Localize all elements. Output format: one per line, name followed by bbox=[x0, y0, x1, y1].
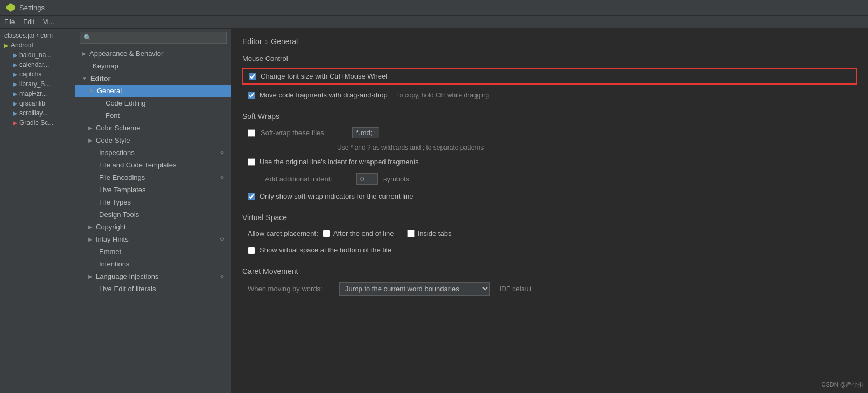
nav-label-live-edit: Live Edit of literals bbox=[99, 285, 156, 293]
nav-general[interactable]: ▼ General bbox=[75, 85, 231, 97]
nav-label-design-tools: Design Tools bbox=[99, 210, 139, 219]
project-item-baidu[interactable]: ▶ baidu_na... bbox=[0, 50, 75, 60]
nav-editor[interactable]: ▼ Editor bbox=[75, 72, 231, 85]
nav-label-code-style: Code Style bbox=[96, 136, 130, 144]
nav-design-tools[interactable]: Design Tools bbox=[75, 208, 231, 221]
nav-label-general: General bbox=[97, 87, 122, 95]
nav-label-inspections: Inspections bbox=[99, 149, 135, 157]
nav-keymap[interactable]: Keymap bbox=[75, 60, 231, 72]
moving-by-words-select[interactable]: Jump to the current word boundaries Jump… bbox=[339, 282, 490, 296]
nav-label-file-encodings: File Encodings bbox=[99, 173, 145, 181]
nav-live-templates[interactable]: Live Templates bbox=[75, 184, 231, 196]
symbols-unit: symbols bbox=[383, 175, 409, 183]
breadcrumb-general: General bbox=[271, 37, 298, 46]
nav-label-copyright: Copyright bbox=[96, 223, 126, 231]
nav-label-language-injections: Language Injections bbox=[96, 272, 158, 280]
nav-file-code-templates[interactable]: File and Code Templates bbox=[75, 159, 231, 171]
nav-code-style[interactable]: ▶ Code Style bbox=[75, 134, 231, 146]
project-breadcrumb[interactable]: classes.jar › com bbox=[0, 31, 75, 40]
nav-live-edit[interactable]: Live Edit of literals bbox=[75, 283, 231, 295]
project-sidebar: classes.jar › com ▶ Android ▶ baidu_na..… bbox=[0, 29, 75, 393]
nav-appearance[interactable]: ▶ Appearance & Behavior bbox=[75, 47, 231, 60]
nav-intentions[interactable]: Intentions bbox=[75, 258, 231, 270]
nav-file-types[interactable]: File Types bbox=[75, 196, 231, 208]
nav-label-keymap: Keymap bbox=[93, 62, 118, 70]
gear-icon: ⚙ bbox=[220, 236, 225, 242]
project-item-captcha[interactable]: ▶ captcha bbox=[0, 69, 75, 79]
android-small-icon: ▶ bbox=[4, 43, 9, 48]
nav-emmet[interactable]: Emmet bbox=[75, 245, 231, 258]
title-bar: Settings bbox=[0, 0, 868, 16]
nav-code-editing[interactable]: Code Editing bbox=[75, 97, 231, 109]
inside-tabs-label: Inside tabs bbox=[418, 229, 452, 237]
folder-icon: ▶ bbox=[13, 61, 17, 68]
move-code-checkbox[interactable] bbox=[248, 92, 255, 99]
nav-label-live-templates: Live Templates bbox=[99, 186, 145, 194]
additional-indent-label: Add additional indent: bbox=[265, 175, 351, 183]
project-item-calendar[interactable]: ▶ calendar... bbox=[0, 60, 75, 69]
soft-wrap-indicators-label: Only show soft-wrap indicators for the c… bbox=[260, 192, 413, 200]
highlight-box: Change font size with Ctrl+Mouse Wheel bbox=[242, 68, 857, 85]
change-font-size-checkbox[interactable] bbox=[249, 73, 256, 80]
android-icon bbox=[6, 3, 15, 12]
breadcrumb-arrow: › bbox=[265, 37, 268, 46]
expand-icon: ▼ bbox=[88, 88, 94, 94]
expand-icon: ▼ bbox=[82, 75, 87, 81]
folder-icon: ▶ bbox=[13, 81, 17, 88]
soft-wrap-files-label: Soft-wrap these files: bbox=[261, 129, 347, 137]
after-end-of-line-checkbox[interactable] bbox=[323, 230, 330, 237]
project-item-gradle[interactable]: ▶ Gradle Sc... bbox=[0, 118, 75, 128]
soft-wrap-indicators-row: Only show soft-wrap indicators for the c… bbox=[242, 190, 857, 202]
nav-label-color-scheme: Color Scheme bbox=[96, 124, 140, 132]
search-box bbox=[75, 29, 231, 47]
breadcrumb-editor: Editor bbox=[242, 37, 262, 46]
nav-inspections[interactable]: Inspections ⚙ bbox=[75, 146, 231, 159]
original-indent-checkbox[interactable] bbox=[248, 158, 255, 166]
additional-indent-input[interactable] bbox=[356, 173, 378, 185]
nav-copyright[interactable]: ▶ Copyright bbox=[75, 221, 231, 233]
show-virtual-space-checkbox[interactable] bbox=[248, 247, 255, 254]
soft-wraps-title: Soft Wraps bbox=[242, 112, 857, 121]
nav-font[interactable]: Font bbox=[75, 109, 231, 122]
soft-wrap-files-checkbox[interactable] bbox=[248, 129, 255, 137]
caret-movement-title: Caret Movement bbox=[242, 267, 857, 276]
mouse-section-title: Mouse Control bbox=[242, 54, 857, 62]
nav-label-intentions: Intentions bbox=[99, 260, 129, 268]
project-item-qrscanlib[interactable]: ▶ qrscanlib bbox=[0, 99, 75, 108]
virtual-space-title: Virtual Space bbox=[242, 213, 857, 222]
nav-file-encodings[interactable]: File Encodings ⚙ bbox=[75, 171, 231, 184]
top-menu-bar: File Edit Vi... bbox=[0, 16, 868, 29]
settings-nav: ▶ Appearance & Behavior Keymap ▼ Editor … bbox=[75, 29, 232, 393]
nav-label-appearance: Appearance & Behavior bbox=[89, 50, 163, 58]
inside-tabs-group: Inside tabs bbox=[407, 229, 452, 237]
expand-icon: ▶ bbox=[82, 51, 86, 57]
move-code-row: Move code fragments with drag-and-drop T… bbox=[242, 89, 857, 101]
android-label[interactable]: ▶ Android bbox=[0, 40, 75, 50]
nav-language-injections[interactable]: ▶ Language Injections ⚙ bbox=[75, 270, 231, 283]
project-item-scrolllay[interactable]: ▶ scrolllay... bbox=[0, 108, 75, 118]
allow-caret-label: Allow caret placement: bbox=[248, 229, 318, 237]
soft-wrap-files-input[interactable] bbox=[352, 127, 379, 138]
nav-label-inlay-hints: Inlay Hints bbox=[96, 235, 129, 243]
project-item-library[interactable]: ▶ library_S... bbox=[0, 79, 75, 89]
inside-tabs-checkbox[interactable] bbox=[407, 230, 415, 237]
project-item-maphzr[interactable]: ▶ mapHzr... bbox=[0, 89, 75, 99]
breadcrumb: Editor › General bbox=[242, 37, 857, 46]
settings-content: Editor › General Mouse Control Change fo… bbox=[232, 29, 868, 393]
nav-inlay-hints[interactable]: ▶ Inlay Hints ⚙ bbox=[75, 233, 231, 245]
breadcrumb-text: classes.jar › com bbox=[4, 32, 53, 39]
gradle-icon: ▶ bbox=[13, 120, 17, 127]
nav-color-scheme[interactable]: ▶ Color Scheme bbox=[75, 122, 231, 134]
menu-edit[interactable]: Edit bbox=[23, 18, 34, 26]
soft-wrap-indicators-checkbox[interactable] bbox=[248, 193, 255, 200]
settings-dialog: ▶ Appearance & Behavior Keymap ▼ Editor … bbox=[75, 29, 868, 393]
allow-caret-row: Allow caret placement: After the end of … bbox=[242, 227, 857, 240]
folder-icon: ▶ bbox=[13, 52, 17, 59]
search-input[interactable] bbox=[80, 32, 227, 44]
main-layout: classes.jar › com ▶ Android ▶ baidu_na..… bbox=[0, 29, 868, 393]
move-code-hint: To copy, hold Ctrl while dragging bbox=[396, 92, 489, 99]
moving-by-words-label: When moving by words: bbox=[248, 285, 334, 293]
menu-view[interactable]: Vi... bbox=[43, 18, 54, 26]
menu-file[interactable]: File bbox=[4, 18, 15, 26]
gear-icon: ⚙ bbox=[220, 174, 225, 180]
